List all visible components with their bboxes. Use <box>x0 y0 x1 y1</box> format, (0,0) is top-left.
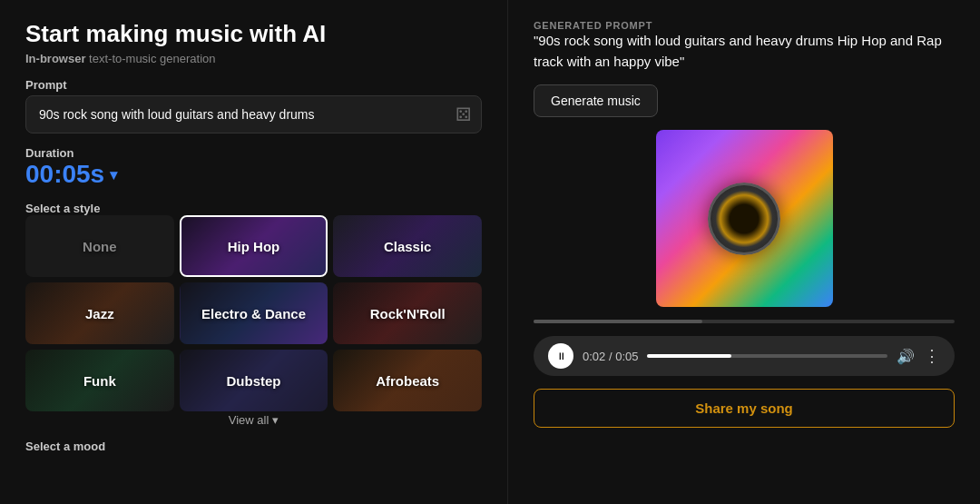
view-all-button[interactable]: View all ▾ <box>25 413 482 427</box>
style-item-rocknroll[interactable]: Rock'N'Roll <box>333 282 482 344</box>
generated-prompt-label: GENERATED PROMPT <box>534 20 955 31</box>
page-title: Start making music with AI <box>25 20 482 48</box>
chevron-down-icon: ▾ <box>272 413 279 427</box>
style-name-dubstep: Dubstep <box>226 373 280 389</box>
mood-section: Select a mood <box>25 440 482 453</box>
duration-label: Duration <box>25 146 482 160</box>
style-item-classic[interactable]: Classic <box>333 215 482 277</box>
style-item-afrobeats[interactable]: Afrobeats <box>333 350 482 411</box>
style-item-hiphop[interactable]: Hip Hop <box>180 215 328 277</box>
progress-bar[interactable] <box>534 320 955 323</box>
prompt-label: Prompt <box>25 78 482 92</box>
more-options-icon[interactable]: ⋮ <box>924 346 940 366</box>
dice-icon[interactable]: ⚄ <box>456 104 471 125</box>
generated-prompt-section: GENERATED PROMPT "90s rock song with lou… <box>534 20 955 72</box>
time-display: 0:02 / 0:05 <box>583 350 638 363</box>
prompt-input-wrapper: ⚄ <box>25 95 482 133</box>
duration-section: Duration 00:05s ▾ <box>25 146 482 189</box>
style-item-dubstep[interactable]: Dubstep <box>180 350 328 411</box>
style-section: Select a style NoneHip HopClassicJazzEle… <box>25 202 482 427</box>
style-name-electro: Electro & Dance <box>201 306 306 321</box>
duration-selector[interactable]: 00:05s ▾ <box>25 160 482 189</box>
style-name-none: None <box>83 239 117 254</box>
style-item-electro[interactable]: Electro & Dance <box>180 282 328 344</box>
generate-music-button[interactable]: Generate music <box>534 84 658 117</box>
style-grid: NoneHip HopClassicJazzElectro & DanceRoc… <box>25 215 482 411</box>
style-name-funk: Funk <box>83 373 116 389</box>
style-name-afrobeats: Afrobeats <box>376 373 439 389</box>
left-panel: Start making music with AI In-browser te… <box>0 0 508 504</box>
style-name-rocknroll: Rock'N'Roll <box>370 306 446 321</box>
mood-label: Select a mood <box>25 440 482 453</box>
right-panel: GENERATED PROMPT "90s rock song with lou… <box>508 0 980 504</box>
vinyl-disc <box>708 183 780 255</box>
prompt-section: Prompt ⚄ <box>25 78 482 133</box>
page-subtitle: In-browser text-to-music generation <box>25 52 482 65</box>
chevron-down-icon: ▾ <box>110 166 117 183</box>
style-name-classic: Classic <box>384 239 432 254</box>
seek-fill <box>647 354 731 358</box>
prompt-input[interactable] <box>25 95 482 133</box>
pause-button[interactable]: ⏸ <box>548 343 573 369</box>
duration-display: 00:05s <box>25 160 104 189</box>
volume-icon[interactable]: 🔊 <box>897 348 915 365</box>
player-controls: ⏸ 0:02 / 0:05 🔊 ⋮ <box>534 336 955 376</box>
seek-bar[interactable] <box>647 354 887 358</box>
style-label: Select a style <box>25 202 482 215</box>
album-art-wrapper <box>534 130 955 307</box>
album-art <box>656 130 833 307</box>
progress-bar-fill <box>534 320 702 323</box>
style-item-jazz[interactable]: Jazz <box>25 282 174 344</box>
style-name-jazz: Jazz <box>85 306 114 321</box>
style-item-none[interactable]: None <box>25 215 174 277</box>
generated-prompt-text: "90s rock song with loud guitars and hea… <box>534 31 955 72</box>
style-name-hiphop: Hip Hop <box>228 239 280 254</box>
style-item-funk[interactable]: Funk <box>25 350 174 411</box>
share-song-button[interactable]: Share my song <box>534 389 955 428</box>
